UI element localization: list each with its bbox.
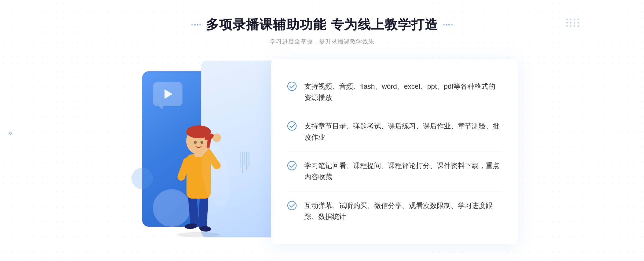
check-circle-icon (287, 201, 297, 210)
svg-point-17 (288, 82, 296, 91)
feature-text: 学习笔记回看、课程提问、课程评论打分、课件资料下载，重点内容收藏 (304, 160, 502, 182)
page-container: » 多项录播课辅助功能 专为线上教学打造 学习进度全掌握，提升录播课教学效果 (0, 0, 644, 261)
circle-decoration-small (131, 168, 153, 189)
features-panel: 支持视频、音频、flash、word、excel、ppt、pdf等各种格式的资源… (271, 59, 518, 244)
svg-point-18 (288, 122, 296, 130)
svg-point-0 (177, 232, 220, 237)
feature-item: 学习笔记回看、课程提问、课程评论打分、课件资料下载，重点内容收藏 (287, 152, 502, 191)
title-left-decoration (191, 24, 201, 25)
check-circle-icon (287, 81, 297, 91)
main-content: 支持视频、音频、flash、word、excel、ppt、pdf等各种格式的资源… (107, 59, 537, 244)
title-row: 多项录播课辅助功能 专为线上教学打造 (191, 16, 452, 33)
striped-decoration (240, 152, 250, 173)
play-icon (164, 89, 173, 99)
feature-text: 互动弹幕、试听购买、微信分享、观看次数限制、学习进度跟踪、数据统计 (304, 200, 502, 222)
svg-point-8 (213, 133, 221, 142)
feature-item: 支持视频、音频、flash、word、excel、ppt、pdf等各种格式的资源… (287, 72, 502, 112)
check-circle-icon (287, 121, 297, 131)
title-right-decoration (443, 24, 453, 25)
left-chevrons-decoration: » (8, 129, 12, 137)
svg-rect-1 (188, 194, 199, 227)
svg-point-19 (288, 161, 296, 170)
svg-point-15 (200, 141, 203, 144)
feature-text: 支持章节目录、弹题考试、课后练习、课后作业、章节测验、批改作业 (304, 121, 502, 143)
feature-text: 支持视频、音频、flash、word、excel、ppt、pdf等各种格式的资源… (304, 81, 502, 103)
top-right-decoration (566, 19, 580, 27)
page-title: 多项录播课辅助功能 专为线上教学打造 (206, 16, 438, 33)
feature-item: 互动弹幕、试听购买、微信分享、观看次数限制、学习进度跟踪、数据统计 (287, 192, 502, 231)
chevron-right-icon: » (8, 129, 12, 137)
check-circle-icon (287, 161, 297, 170)
svg-rect-2 (198, 194, 208, 229)
feature-item: 支持章节目录、弹题考试、课后练习、课后作业、章节测验、批改作业 (287, 112, 502, 152)
illustration-wrapper (126, 61, 287, 243)
person-illustration (164, 98, 233, 237)
svg-point-14 (194, 141, 197, 144)
page-subtitle: 学习进度全掌握，提升录播课教学效果 (191, 38, 452, 46)
header-section: 多项录播课辅助功能 专为线上教学打造 学习进度全掌握，提升录播课教学效果 (191, 16, 452, 46)
svg-point-20 (288, 201, 296, 210)
